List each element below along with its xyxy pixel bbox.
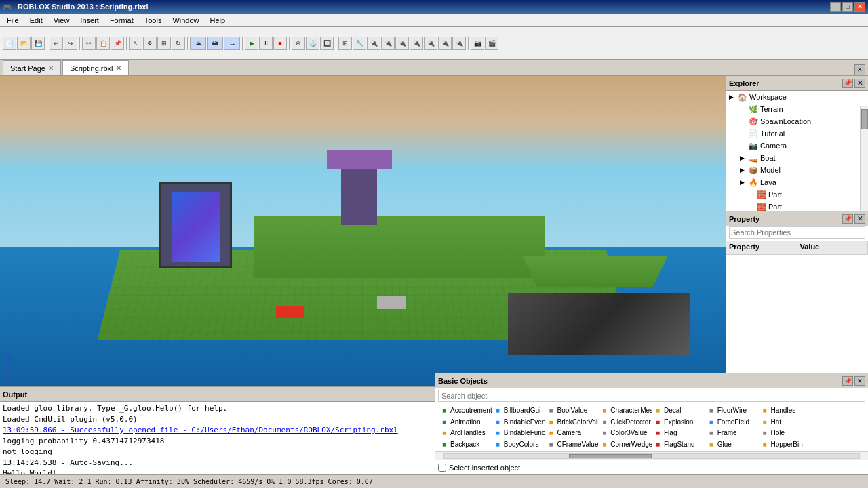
tb-plugin7[interactable]: 🔌 [452, 37, 466, 50]
tb-plugin4[interactable]: 🔌 [410, 37, 423, 50]
obj-brickcolorvalue[interactable]: ■ BrickColorValue [545, 416, 599, 428]
tb-snap[interactable]: 🔧 [353, 37, 366, 50]
explorer-scrollbar[interactable] [860, 106, 868, 211]
obj-frame[interactable]: ■ Frame [705, 428, 759, 439]
tb-scale[interactable]: ⊞ [157, 37, 171, 50]
maximize-button[interactable]: □ [842, 2, 853, 12]
explorer-pin-button[interactable]: 📌 [842, 79, 853, 88]
tab-scripting[interactable]: Scripting.rbxl ✕ [62, 60, 129, 75]
tree-camera[interactable]: 📷 Camera [726, 140, 868, 152]
obj-floorwire[interactable]: ■ FloorWire [705, 405, 759, 416]
tb-collide[interactable]: 🔲 [320, 37, 334, 50]
obj-glue[interactable]: ■ Glue [705, 439, 759, 450]
obj-bindableevent[interactable]: ■ BindableEvent [492, 416, 545, 428]
tree-terrain[interactable]: 🌿 Terrain [726, 103, 868, 115]
obj-billboardgui[interactable]: ■ BillboardGui [492, 405, 545, 416]
obj-hopperbin[interactable]: ■ HopperBin [759, 439, 812, 450]
tb-plugin5[interactable]: 🔌 [424, 37, 437, 50]
obj-camera2[interactable]: ■ Camera [545, 428, 599, 439]
obj-animation[interactable]: ■ Animation [438, 416, 492, 428]
tb-stop[interactable]: ■ [273, 37, 287, 50]
3d-viewport[interactable]: X Y Z [0, 76, 726, 386]
obj-charactermesh[interactable]: ■ CharacterMesh [598, 405, 652, 416]
tb-paste[interactable]: 📌 [111, 37, 124, 50]
tb-select[interactable]: ↖ [129, 37, 142, 50]
tb-pause[interactable]: ⏸ [259, 37, 273, 50]
obj-handles[interactable]: ■ Handles [759, 405, 812, 416]
tb-undo[interactable]: ↩ [50, 37, 63, 50]
tb-plugin3[interactable]: 🔌 [395, 37, 409, 50]
obj-decal[interactable]: ■ Decal [652, 405, 705, 416]
basic-objects-search-input[interactable] [438, 390, 865, 402]
close-button[interactable]: ✕ [854, 2, 865, 12]
obj-hole[interactable]: ■ Hole [759, 428, 812, 439]
output-link[interactable]: 13:09:59.866 - Successfully opened file … [3, 426, 398, 434]
tree-spawnlocation[interactable]: 🎯 SpawnLocation [726, 115, 868, 127]
tb-rotate[interactable]: ↻ [172, 37, 185, 50]
obj-clickdetector[interactable]: ■ ClickDetector [598, 416, 652, 428]
tree-boat[interactable]: ▶ 🚤 Boat [726, 152, 868, 164]
tb-record[interactable]: 🎬 [485, 37, 498, 50]
tb-anchor[interactable]: ⚓ [306, 37, 319, 50]
basic-objects-close-button[interactable]: ✕ [854, 376, 865, 386]
tb-redo[interactable]: ↪ [64, 37, 77, 50]
tb-move[interactable]: ✥ [143, 37, 157, 50]
tb-camera[interactable]: 📷 [471, 37, 484, 50]
tree-part-2[interactable]: 🧱 Part [726, 201, 868, 211]
obj-flagstand[interactable]: ■ FlagStand [652, 439, 705, 450]
menu-view[interactable]: View [48, 14, 75, 27]
tab-start-page[interactable]: Start Page ✕ [3, 60, 61, 75]
menu-file[interactable]: File [1, 14, 24, 27]
menu-insert[interactable]: Insert [75, 14, 104, 27]
tb-plugin6[interactable]: 🔌 [438, 37, 452, 50]
tb-open[interactable]: 📂 [17, 37, 31, 50]
obj-archandles[interactable]: ■ ArcHandles [438, 428, 492, 439]
tree-lava[interactable]: ▶ 🔥 Lava [726, 176, 868, 188]
tb-new[interactable]: 📄 [3, 37, 16, 50]
basic-objects-pin-button[interactable]: 📌 [842, 376, 853, 386]
tree-tutorial[interactable]: 📄 Tutorial [726, 127, 868, 140]
obj-explosion[interactable]: ■ Explosion [652, 416, 705, 428]
obj-bindablefunction[interactable]: ■ BindableFunction [492, 428, 545, 439]
obj-forcefield[interactable]: ■ ForceField [705, 416, 759, 428]
property-close-button[interactable]: ✕ [854, 214, 865, 224]
tb-save[interactable]: 💾 [31, 37, 45, 50]
tree-workspace[interactable]: ▶ 🏠 Workspace [726, 91, 868, 103]
obj-color3value[interactable]: ■ Color3Value [598, 428, 652, 439]
tb-grid[interactable]: ⊞ [338, 37, 352, 50]
explorer-close-button[interactable]: ✕ [854, 79, 865, 88]
tree-part-1[interactable]: 🧱 Part [726, 188, 868, 201]
menu-tools[interactable]: Tools [139, 14, 167, 27]
hscroll-thumb[interactable] [569, 454, 652, 458]
obj-cornerwedgepart[interactable]: ■ CornerWedgePart [598, 439, 652, 450]
menu-window[interactable]: Window [167, 14, 204, 27]
viewport-close-button[interactable]: ✕ [854, 64, 865, 75]
property-search-input[interactable] [729, 226, 865, 239]
tb-play[interactable]: ▶ [245, 37, 258, 50]
tb-terrain3[interactable]: 🗻 [224, 37, 240, 50]
tb-plugin1[interactable]: 🔌 [367, 37, 380, 50]
tb-cut[interactable]: ✂ [82, 37, 96, 50]
obj-bodycolors[interactable]: ■ BodyColors [492, 439, 545, 450]
obj-hat[interactable]: ■ Hat [759, 416, 812, 428]
obj-flag[interactable]: ■ Flag [652, 428, 705, 439]
obj-cframevalue[interactable]: ■ CFrameValue [545, 439, 599, 450]
menu-edit[interactable]: Edit [24, 14, 48, 27]
hscroll-track[interactable] [443, 453, 860, 459]
tb-plugin2[interactable]: 🔌 [381, 37, 395, 50]
tab-start-close[interactable]: ✕ [48, 64, 54, 72]
property-pin-button[interactable]: 📌 [842, 214, 853, 224]
explorer-scrollbar-thumb[interactable] [861, 109, 868, 129]
tab-scripting-close[interactable]: ✕ [116, 64, 121, 72]
tree-model[interactable]: ▶ 📦 Model [726, 164, 868, 176]
basic-objects-hscroll[interactable] [435, 451, 868, 460]
obj-boolvalue[interactable]: ■ BoolValue [545, 405, 599, 416]
menu-format[interactable]: Format [104, 14, 139, 27]
tb-terrain2[interactable]: 🏔 [207, 37, 223, 50]
tb-copy[interactable]: 📋 [96, 37, 110, 50]
obj-accoutrement[interactable]: ■ Accoutrement [438, 405, 492, 416]
tb-terrain[interactable]: ⛰ [190, 37, 206, 50]
minimize-button[interactable]: – [830, 2, 841, 12]
tb-join[interactable]: ⊕ [292, 37, 305, 50]
select-inserted-checkbox[interactable] [438, 464, 446, 472]
